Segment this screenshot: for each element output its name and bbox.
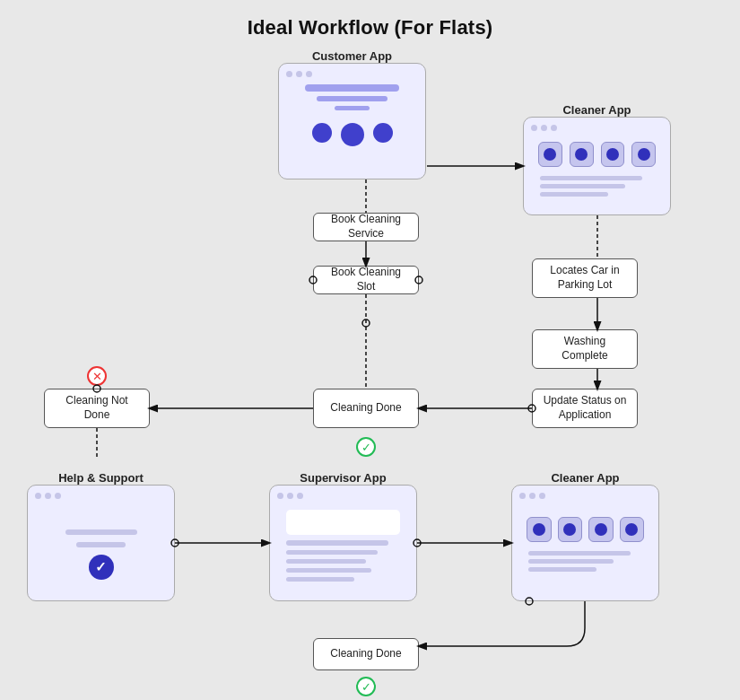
locates-car-box: Locates Car in Parking Lot xyxy=(532,258,638,298)
customer-app-window xyxy=(278,63,426,179)
cleaning-not-done-box: Cleaning Not Done xyxy=(44,389,150,428)
x-icon: ✕ xyxy=(87,366,107,386)
help-support-window: ✓ xyxy=(27,485,175,601)
cleaner-app-top-window xyxy=(523,117,671,215)
customer-app-label: Customer App xyxy=(278,49,426,63)
check-icon-mid: ✓ xyxy=(356,437,376,457)
help-support-label: Help & Support xyxy=(27,471,175,485)
update-status-box: Update Status on Application xyxy=(532,389,638,428)
cleaner-app-bot-window xyxy=(511,485,659,601)
book-cleaning-service-box: Book Cleaning Service xyxy=(313,213,419,241)
supervisor-app-label: Supervisor App xyxy=(269,471,417,485)
cleaning-done-mid-box: Cleaning Done xyxy=(313,389,419,428)
page-title: Ideal Workflow (For Flats) xyxy=(0,0,740,39)
book-cleaning-slot-box: Book Cleaning Slot xyxy=(313,266,419,294)
svg-point-6 xyxy=(362,319,370,327)
cleaning-done-bot-box: Cleaning Done xyxy=(313,638,419,670)
supervisor-app-window xyxy=(269,485,417,601)
washing-complete-box: Washing Complete xyxy=(532,329,638,369)
cleaner-app-top-label: Cleaner App xyxy=(523,103,671,117)
cleaner-app-bot-label: Cleaner App xyxy=(511,471,659,485)
check-icon-bot: ✓ xyxy=(356,677,376,696)
